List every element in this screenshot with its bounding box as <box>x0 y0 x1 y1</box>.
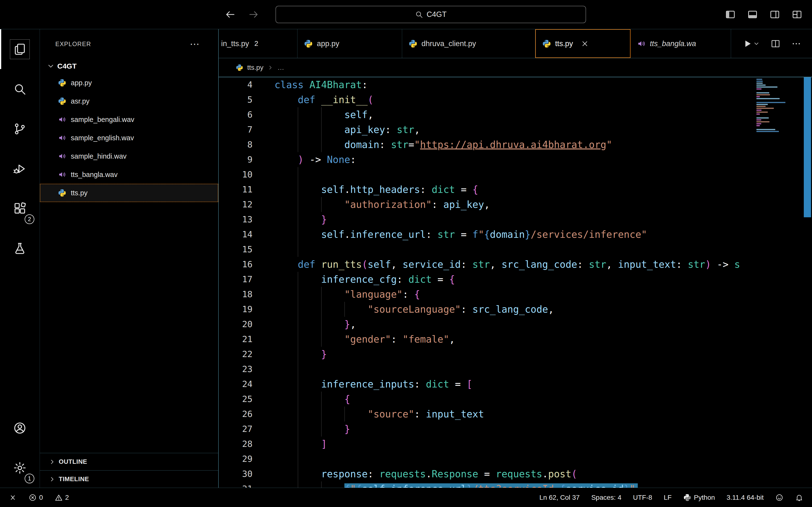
code-line[interactable]: 18 "language": { <box>219 287 812 302</box>
breadcrumb-symbol[interactable]: … <box>277 64 284 71</box>
code-line[interactable]: 10 <box>219 167 812 182</box>
toggle-panel-icon[interactable] <box>747 9 758 20</box>
status-text: UTF-8 <box>633 494 652 501</box>
file-row-sample_english.wav[interactable]: sample_english.wav <box>40 129 218 147</box>
python-mono-icon <box>683 494 692 502</box>
tab-tts.py[interactable]: tts.py <box>535 29 630 58</box>
minimap[interactable] <box>756 79 787 133</box>
toggle-primary-sidebar-icon[interactable] <box>725 9 735 20</box>
line-content: domain: str="https://api.dhruva.ai4bhara… <box>274 137 612 152</box>
extensions-icon <box>13 202 27 215</box>
code-line[interactable]: 20 }, <box>219 317 812 332</box>
activity-run-debug[interactable] <box>0 149 40 188</box>
line-number: 4 <box>219 77 253 92</box>
line-content: inference_inputs: dict = [ <box>274 377 472 392</box>
command-center-search[interactable]: C4GT <box>275 6 586 23</box>
status-feedback[interactable] <box>775 494 783 502</box>
code-line[interactable]: 21 "gender": "female", <box>219 332 812 347</box>
code-editor[interactable]: 4class AI4Bharat:5 def __init__(6 self,7… <box>219 77 812 488</box>
section-outline[interactable]: OUTLINE <box>40 453 218 470</box>
status-python-interpreter[interactable]: 3.11.4 64-bit <box>726 494 764 501</box>
code-line[interactable]: 29 <box>219 451 812 466</box>
code-line[interactable]: 15 <box>219 242 812 257</box>
status-text: Python <box>694 494 715 501</box>
toggle-secondary-sidebar-icon[interactable] <box>769 9 780 20</box>
activity-search[interactable] <box>0 69 40 109</box>
breadcrumb-file[interactable]: tts.py <box>247 64 263 71</box>
tab-app.py[interactable]: app.py <box>298 29 402 58</box>
code-line[interactable]: 17 inference_cfg: dict = { <box>219 272 812 287</box>
editor-scrollbar[interactable] <box>802 77 812 488</box>
activity-source-control[interactable] <box>0 109 40 149</box>
bell-icon <box>795 494 803 502</box>
file-row-tts_bangla.wav[interactable]: tts_bangla.wav <box>40 165 218 184</box>
activity-account[interactable] <box>0 408 40 448</box>
status-left: 02 <box>9 494 69 502</box>
file-row-sample_hindi.wav[interactable]: sample_hindi.wav <box>40 147 218 165</box>
code-line[interactable]: 28 ] <box>219 437 812 451</box>
code-line[interactable]: 25 { <box>219 392 812 406</box>
explorer-more-actions-icon[interactable]: ⋯ <box>190 42 199 46</box>
status-language-mode[interactable]: Python <box>683 494 715 502</box>
status-encoding[interactable]: UTF-8 <box>633 494 652 501</box>
run-python-file-button[interactable] <box>743 39 760 49</box>
tab-dhruva_client.py[interactable]: dhruva_client.py <box>402 29 535 58</box>
code-line[interactable]: 24 inference_inputs: dict = [ <box>219 377 812 392</box>
history-forward-button[interactable] <box>248 9 259 20</box>
line-content: ) -> None: <box>274 152 356 167</box>
tab-in_tts.py[interactable]: in_tts.py2 <box>219 29 298 58</box>
tab-label: tts.py <box>555 39 573 48</box>
code-line[interactable]: 26 "source": input_text <box>219 406 812 421</box>
file-row-tts.py[interactable]: tts.py <box>40 184 218 202</box>
code-line[interactable]: 4class AI4Bharat: <box>219 77 812 92</box>
status-eol[interactable]: LF <box>664 494 672 501</box>
code-line[interactable]: 13 } <box>219 212 812 227</box>
audio-file-icon <box>58 133 66 142</box>
file-row-asr.py[interactable]: asr.py <box>40 92 218 110</box>
activity-testing[interactable] <box>0 228 40 268</box>
code-line[interactable]: 22 } <box>219 347 812 362</box>
section-timeline[interactable]: TIMELINE <box>40 470 218 488</box>
line-number: 16 <box>219 257 253 272</box>
code-line[interactable]: 12 "authorization": api_key, <box>219 197 812 212</box>
chevron-down-icon <box>47 62 55 70</box>
status-errors-count[interactable]: 0 <box>29 494 43 502</box>
code-line[interactable]: 23 <box>219 362 812 377</box>
code-line[interactable]: 8 domain: str="https://api.dhruva.ai4bha… <box>219 137 812 152</box>
code-line[interactable]: 9 ) -> None: <box>219 152 812 167</box>
status-cursor-position[interactable]: Ln 62, Col 37 <box>540 494 580 501</box>
line-number: 15 <box>219 242 253 257</box>
history-back-button[interactable] <box>225 9 236 20</box>
code-line[interactable]: 31 f"{self.inference_url}/tts?serviceId=… <box>219 482 812 488</box>
code-line[interactable]: 5 def __init__( <box>219 92 812 107</box>
file-row-app.py[interactable]: app.py <box>40 74 218 92</box>
code-line[interactable]: 14 self.inference_url: str = f"{domain}/… <box>219 227 812 242</box>
line-content: api_key: str, <box>274 122 420 137</box>
tab-tts_bangla.wa[interactable]: tts_bangla.wa <box>630 29 731 58</box>
scrollbar-slider[interactable] <box>804 77 811 217</box>
activity-extensions[interactable]: 2 <box>0 188 40 228</box>
status-warnings-count[interactable]: 2 <box>55 494 69 502</box>
more-actions-icon[interactable] <box>791 39 801 49</box>
code-line[interactable]: 16 def run_tts(self, service_id: str, sr… <box>219 257 812 272</box>
status-remote-indicator[interactable] <box>9 494 17 502</box>
code-line[interactable]: 6 self, <box>219 107 812 122</box>
code-line[interactable]: 11 self.http_headers: dict = { <box>219 182 812 197</box>
code-line[interactable]: 7 api_key: str, <box>219 122 812 137</box>
code-line[interactable]: 30 response: requests.Response = request… <box>219 466 812 482</box>
activity-settings[interactable]: 1 <box>0 448 40 488</box>
status-indentation[interactable]: Spaces: 4 <box>591 494 621 501</box>
file-row-sample_bengali.wav[interactable]: sample_bengali.wav <box>40 110 218 129</box>
title-bar: C4GT <box>0 0 812 29</box>
customize-layout-icon[interactable] <box>792 9 802 20</box>
close-icon[interactable] <box>581 40 589 48</box>
settings-badge: 1 <box>24 474 34 483</box>
warning-icon <box>55 494 63 502</box>
code-line[interactable]: 19 "sourceLanguage": src_lang_code, <box>219 302 812 317</box>
activity-explorer[interactable] <box>0 29 40 69</box>
folder-root[interactable]: C4GT <box>40 59 218 74</box>
status-notifications[interactable] <box>795 494 803 502</box>
code-line[interactable]: 27 } <box>219 421 812 437</box>
file-name: asr.py <box>71 97 89 105</box>
split-editor-icon[interactable] <box>770 39 780 49</box>
